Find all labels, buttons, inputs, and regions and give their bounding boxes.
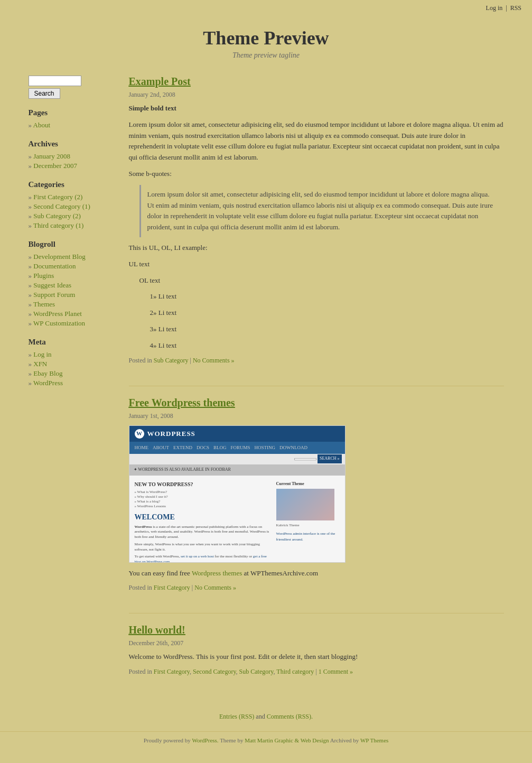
wp-logo-bar: W WORDPRESS [129,426,345,442]
post-title-link[interactable]: Hello world! [129,624,185,636]
no-comments-link2[interactable]: No Comments » [194,584,236,591]
second-category-link[interactable]: Second Category (1) [33,202,90,210]
set-up-link[interactable]: set it up on a web host [181,554,214,559]
documentation-link[interactable]: Documentation [33,262,76,270]
cat-third-link[interactable]: Third category [276,668,314,675]
ul-text: UL text [129,259,504,270]
about-link[interactable]: About [33,121,51,129]
blockquote: Lorem ipsum dolor sit amet, consectetur … [139,185,504,237]
comments-rss-link[interactable]: Comments (RSS). [267,713,313,720]
meta-heading: Meta [29,338,118,347]
and-text: and [256,713,266,720]
xfn-link[interactable]: XFN [33,360,47,368]
one-comment-link[interactable]: 1 Comment » [319,668,353,675]
nav-docs: DOCS [197,444,209,451]
post-category-link[interactable]: Sub Category [154,357,189,364]
post-title: Example Post [129,76,504,88]
sub-category-link[interactable]: Sub Category (2) [33,212,81,220]
login-link[interactable]: Log in [486,4,503,12]
wp-logo-circle: W [135,429,144,439]
theme-thumbnail [276,489,334,520]
ol-text: OL text [139,275,504,286]
pages-list: About [29,120,118,130]
powered-by-text: Proudly powered by [144,737,191,743]
list-item: WP Customization [29,319,118,328]
first-category-link[interactable]: First Category (2) [33,193,82,201]
suggest-ideas-link[interactable]: Suggest Ideas [33,281,71,289]
site-title: Theme Preview [0,27,532,49]
wp-get-text: To get started with WordPress, set it up… [135,554,271,562]
archived-by-text: Archived by [330,737,360,743]
wp-search-btn: SEARCH » [318,454,342,463]
post-title: Hello world! [129,624,504,636]
footer-bottom: Proudly powered by WordPress. Theme by M… [0,731,532,754]
blogroll-heading: Blogroll [29,240,118,249]
nav-home: HOME [135,444,149,451]
blogroll-list: Development Blog Documentation Plugins S… [29,252,118,328]
wp-screenshot: W WORDPRESS HOME ABOUT EXTEND DOCS BLOG … [129,425,346,563]
list-item: WordPress [29,378,118,388]
list-item: Log in [29,350,118,359]
post-example: Example Post January 2nd, 2008 Simple bo… [129,76,504,365]
post-meta: Posted in First Category | No Comments » [129,584,504,592]
list-item: WordPress Planet [29,309,118,319]
wp-sidebar-thumb: Current Theme Kubrick Theme WordPress ad… [276,481,340,563]
nav-hosting: HOSTING [255,444,276,451]
entries-rss-link[interactable]: Entries (RSS) [219,713,254,720]
nav-blog: BLOG [213,444,227,451]
categories-list: First Category (2) Second Category (1) S… [29,192,118,230]
list-item: Ebay Blog [29,369,118,378]
archives-section: Archives January 2008 December 2007 [29,139,118,171]
list-item: First Category (2) [29,192,118,202]
wp-content-area: NEW TO WORDPRESS? » What is WordPress? »… [129,476,345,563]
wordpress-link[interactable]: WordPress [33,379,63,387]
cat-sub-link[interactable]: Sub Category [239,668,274,675]
sidebar: Search Pages About Archives January 2008… [29,76,118,697]
december-2007-link[interactable]: December 2007 [33,162,77,170]
no-comments-link[interactable]: No Comments » [193,357,235,364]
main-wrapper: Search Pages About Archives January 2008… [23,76,509,697]
january-2008-link[interactable]: January 2008 [33,152,70,160]
post-content: Welcome to WordPress. This is your first… [129,652,504,663]
kubrick-label: Kubrick Theme [276,523,340,528]
li-item-4: 4» Li text [150,340,504,351]
dev-blog-link[interactable]: Development Blog [33,253,86,260]
wordpress-themes-link[interactable]: Wordpress themes [192,569,242,577]
search-input[interactable] [29,76,81,86]
footer-links: Entries (RSS) and Comments (RSS). [0,697,532,726]
bquotes-label: Some b-quotes: [129,169,504,180]
theme-by-text: Theme by [220,737,245,743]
cat-second-link[interactable]: Second Category [193,668,236,675]
third-category-link[interactable]: Third category (1) [33,221,83,229]
cat-first-link[interactable]: First Category [154,668,190,675]
wp-more-text: More simply, WordPress is what you use w… [135,542,271,553]
nav-extend: EXTEND [173,444,192,451]
post-free-themes: Free Wordpress themes January 1st, 2008 … [129,397,504,592]
support-forum-link[interactable]: Support Forum [33,291,75,299]
wp-themes-link[interactable]: WP Themes [360,737,388,743]
search-button[interactable]: Search [29,88,60,99]
post-date: December 26th, 2007 [129,639,504,647]
designer-link[interactable]: Matt Martin Graphic & Web Design [245,737,329,743]
themes-link[interactable]: Themes [33,300,55,308]
wordpress-footer-link[interactable]: WordPress. [192,737,218,743]
post-meta: Posted in First Category, Second Categor… [129,668,504,676]
post-divider2 [129,613,504,613]
first-category-post-link[interactable]: First Category [154,584,190,591]
plugins-link[interactable]: Plugins [33,272,54,280]
meta-login-link[interactable]: Log in [33,350,51,358]
rss-link[interactable]: RSS [510,4,521,12]
nav-about: ABOUT [153,444,169,451]
ebay-blog-link[interactable]: Ebay Blog [33,369,62,377]
li-item-3: 3» Li text [150,324,504,335]
post-title-link[interactable]: Free Wordpress themes [129,397,235,408]
list-item: Suggest Ideas [29,281,118,290]
free-themes-text: You can easy find free Wordpress themes … [129,568,504,579]
meta-list: Log in XFN Ebay Blog WordPress [29,350,118,388]
post-date: January 1st, 2008 [129,412,504,420]
hello-world-text: Welcome to WordPress. This is your first… [129,652,504,663]
wp-planet-link[interactable]: WordPress Planet [33,310,82,318]
wp-customization-link[interactable]: WP Customization [33,319,85,327]
post-title-link[interactable]: Example Post [129,76,191,87]
post-meta: Posted in Sub Category | No Comments » [129,357,504,365]
